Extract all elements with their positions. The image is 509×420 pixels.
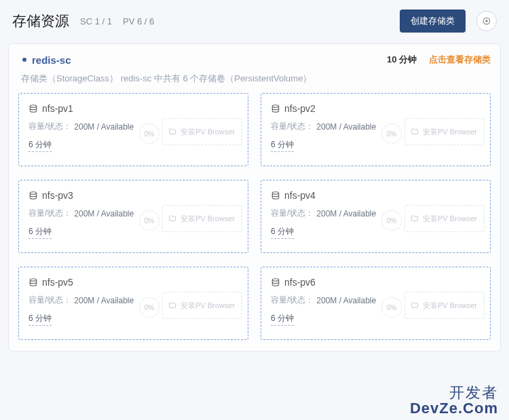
pv-title-row: nfs-pv6 (271, 277, 480, 288)
pv-title-row: nfs-pv4 (271, 190, 480, 201)
install-pv-browser-button[interactable]: 安装PV Browser (162, 118, 242, 145)
storageclass-description: 存储类（StorageClass） redis-sc 中共有 6 个存储卷（Pe… (18, 71, 491, 93)
install-pv-browser-button[interactable]: 安装PV Browser (162, 292, 242, 319)
usage-badge: 0% (381, 123, 402, 144)
pv-title-row: nfs-pv5 (29, 277, 238, 288)
pv-age: 6 分钟 (29, 226, 52, 239)
pv-stat: PV 6 / 6 (123, 16, 154, 26)
capacity-status-value: 200M / Available (316, 209, 376, 218)
svg-point-3 (272, 105, 278, 108)
pv-age: 6 分钟 (29, 313, 52, 326)
panel-header: redis-sc 10 分钟 点击查看存储类 (18, 51, 491, 71)
pv-card[interactable]: nfs-pv3 容量/状态： 200M / Available 6 分钟 0% … (18, 180, 248, 253)
svg-point-7 (272, 279, 278, 282)
capacity-status-value: 200M / Available (316, 296, 376, 305)
install-pv-browser-button[interactable]: 安装PV Browser (404, 118, 485, 145)
install-label: 安装PV Browser (181, 214, 235, 224)
database-icon (29, 278, 38, 287)
database-icon (29, 104, 38, 113)
storageclass-name[interactable]: redis-sc (32, 54, 71, 66)
bullet-icon (22, 58, 26, 62)
pv-name: nfs-pv4 (284, 190, 316, 201)
storageclass-age: 10 分钟 (387, 54, 417, 66)
svg-point-2 (30, 105, 36, 108)
install-label: 安装PV Browser (423, 214, 477, 224)
folder-icon (411, 214, 419, 223)
target-icon (482, 16, 491, 26)
svg-point-5 (272, 192, 278, 195)
capacity-status-value: 200M / Available (74, 296, 134, 305)
pv-name: nfs-pv1 (42, 103, 73, 114)
install-label: 安装PV Browser (423, 301, 477, 311)
capacity-status-label: 容量/状态： (271, 121, 314, 132)
svg-point-4 (30, 192, 36, 195)
database-icon (271, 191, 280, 200)
usage-badge: 0% (381, 297, 402, 318)
capacity-status-label: 容量/状态： (271, 294, 314, 306)
folder-icon (168, 214, 176, 223)
pv-card[interactable]: nfs-pv4 容量/状态： 200M / Available 6 分钟 0% … (261, 180, 491, 253)
svg-point-6 (30, 279, 36, 282)
capacity-status-value: 200M / Available (74, 209, 134, 218)
database-icon (271, 104, 280, 113)
install-pv-browser-button[interactable]: 安装PV Browser (404, 292, 485, 319)
pv-name: nfs-pv5 (42, 277, 73, 288)
usage-badge: 0% (139, 123, 159, 144)
usage-badge: 0% (139, 297, 159, 318)
install-label: 安装PV Browser (181, 127, 235, 137)
capacity-status-value: 200M / Available (316, 122, 376, 132)
usage-badge: 0% (139, 210, 159, 231)
capacity-status-label: 容量/状态： (29, 208, 71, 219)
folder-icon (168, 128, 176, 136)
pv-name: nfs-pv6 (284, 277, 316, 288)
pv-age: 6 分钟 (271, 226, 294, 239)
pv-title-row: nfs-pv1 (29, 103, 238, 114)
view-storageclass-link[interactable]: 点击查看存储类 (429, 54, 491, 66)
pv-age: 6 分钟 (271, 313, 294, 326)
refresh-button[interactable] (476, 11, 497, 31)
pv-card[interactable]: nfs-pv1 容量/状态： 200M / Available 6 分钟 0% … (18, 93, 248, 166)
database-icon (271, 278, 280, 287)
page-header: 存储资源 SC 1 / 1 PV 6 / 6 创建存储类 (0, 0, 509, 39)
install-label: 安装PV Browser (423, 127, 477, 137)
pv-age: 6 分钟 (29, 139, 52, 152)
install-pv-browser-button[interactable]: 安装PV Browser (404, 205, 485, 232)
install-pv-browser-button[interactable]: 安装PV Browser (162, 205, 242, 232)
pv-age: 6 分钟 (271, 139, 294, 152)
folder-icon (411, 301, 419, 309)
page-title: 存储资源 (12, 12, 69, 31)
folder-icon (411, 128, 419, 136)
capacity-status-label: 容量/状态： (271, 208, 314, 219)
pv-title-row: nfs-pv2 (271, 103, 480, 114)
folder-icon (168, 301, 176, 309)
install-label: 安装PV Browser (181, 301, 235, 311)
usage-badge: 0% (381, 210, 402, 231)
database-icon (29, 191, 38, 200)
svg-point-1 (486, 20, 487, 22)
pv-name: nfs-pv2 (284, 103, 316, 114)
create-storageclass-button[interactable]: 创建存储类 (400, 9, 466, 33)
capacity-status-value: 200M / Available (74, 122, 134, 132)
pv-card[interactable]: nfs-pv2 容量/状态： 200M / Available 6 分钟 0% … (261, 93, 491, 166)
pv-name: nfs-pv3 (42, 190, 73, 201)
storageclass-panel: redis-sc 10 分钟 点击查看存储类 存储类（StorageClass）… (8, 43, 501, 351)
pv-card[interactable]: nfs-pv5 容量/状态： 200M / Available 6 分钟 0% … (18, 267, 248, 340)
pv-grid: nfs-pv1 容量/状态： 200M / Available 6 分钟 0% … (18, 93, 491, 340)
pv-card[interactable]: nfs-pv6 容量/状态： 200M / Available 6 分钟 0% … (261, 267, 491, 340)
pv-title-row: nfs-pv3 (29, 190, 238, 201)
watermark: 开发者 DevZe.Com (410, 385, 498, 416)
capacity-status-label: 容量/状态： (29, 294, 71, 306)
sc-stat: SC 1 / 1 (80, 16, 112, 26)
capacity-status-label: 容量/状态： (29, 121, 71, 132)
